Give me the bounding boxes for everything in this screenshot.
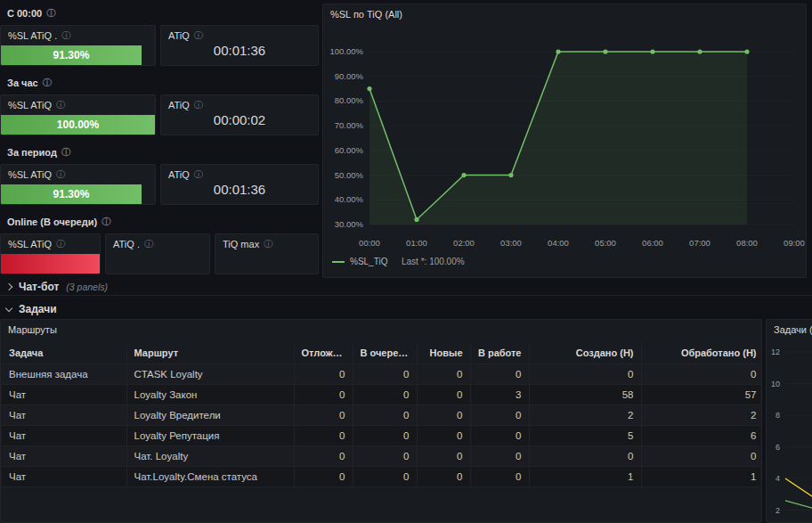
panel-title-text: ATiQ (168, 169, 190, 180)
routes-table-panel[interactable]: Маршруты ЗадачаМаршрутОтложеныВ очередиН… (0, 319, 762, 523)
timeseries-chart[interactable]: 100.00%90.00%80.00%70.00%60.00%50.00%40.… (323, 4, 806, 277)
table-cell: Loyalty Репутация (126, 425, 294, 445)
group-title: За период (7, 147, 57, 158)
panel-title[interactable]: ATiQ .ⓘ (106, 234, 209, 254)
stat-panel[interactable]: TiQ maxⓘ (215, 233, 319, 274)
timeseries-panel[interactable]: %SL по TiQ (All) 100.00%90.00%80.00%70.0… (322, 4, 807, 278)
table-column-header[interactable]: Обработано (Н) (641, 343, 760, 364)
table-cell: 0 (417, 445, 470, 466)
table-header-row: ЗадачаМаршрутОтложеныВ очередиНовыеВ раб… (2, 343, 760, 364)
info-icon[interactable]: ⓘ (46, 9, 55, 18)
y-tick-label: 4 (775, 474, 780, 483)
panel-row: %SL ATiQ .ⓘ91.30%ATiQⓘ00:01:36 (0, 25, 319, 66)
info-icon[interactable]: ⓘ (194, 170, 203, 179)
series-area (369, 52, 747, 225)
chevron-right-icon (5, 282, 12, 290)
panel-title[interactable]: %SL по TiQ (All) (323, 4, 806, 24)
legend-item[interactable]: %SL_TiQLast *: 100.00% (332, 257, 465, 266)
y-tick-label: 2 (775, 506, 780, 515)
left-column: С 00:00ⓘ%SL ATiQ .ⓘ91.30%ATiQⓘ00:01:36За… (0, 0, 319, 274)
stat-panel[interactable]: ATiQⓘ00:01:36 (160, 164, 319, 205)
table-cell: 0 (417, 466, 470, 486)
panel-title[interactable]: Задачи (All (767, 320, 812, 339)
group-header: За периодⓘ (7, 144, 319, 160)
gauge-bar: 91.30% (1, 45, 142, 65)
table-cell: 0 (353, 364, 417, 384)
table-cell: 0 (294, 466, 353, 486)
table-cell: 0 (353, 405, 417, 425)
panel-title[interactable]: %SL ATiQⓘ (1, 95, 155, 115)
info-icon[interactable]: ⓘ (144, 240, 153, 249)
info-icon[interactable]: ⓘ (56, 101, 65, 110)
stat-panel[interactable]: ATiQⓘ00:01:36 (160, 25, 319, 66)
panel-title[interactable]: %SL ATiQ .ⓘ (1, 26, 155, 45)
data-point (367, 86, 371, 91)
table-row: ЧатLoyalty Вредители000022 (2, 405, 760, 425)
table-column-header[interactable]: Задача (2, 343, 126, 364)
gauge-panel[interactable]: %SL ATiQⓘ100.00% (0, 94, 156, 135)
table-row: ЧатLoyalty Репутация000056 (2, 425, 760, 445)
x-tick-label: 09:00 (784, 238, 805, 248)
info-icon[interactable]: ⓘ (61, 148, 70, 157)
table-column-header[interactable]: Новые (417, 343, 470, 364)
group-title: С 00:00 (7, 8, 42, 19)
table-cell: 0 (470, 425, 529, 445)
y-tick-label: 6 (775, 443, 780, 452)
table-cell: 0 (294, 425, 353, 445)
table-column-header[interactable]: В работе (470, 343, 529, 364)
table-cell: Loyalty Закон (126, 384, 294, 405)
info-icon[interactable]: ⓘ (102, 217, 110, 226)
table-row: ЧатЧат. Loyalty000000 (2, 445, 760, 466)
row-label: Задачи (19, 303, 57, 315)
panel-title[interactable]: TiQ maxⓘ (215, 234, 318, 254)
panel-title[interactable]: Маршруты (1, 320, 761, 339)
table-row: Внешняя задачаCTASK Loyalty000000 (2, 364, 760, 384)
table-cell: 1 (641, 466, 760, 486)
info-icon[interactable]: ⓘ (56, 240, 65, 249)
table-cell: 0 (470, 405, 529, 425)
info-icon[interactable]: ⓘ (194, 31, 203, 40)
tasks-mini-chart[interactable]: 12108642 (767, 343, 812, 522)
table-wrap: ЗадачаМаршрутОтложеныВ очередиНовыеВ раб… (2, 343, 760, 522)
x-tick-label: 03:00 (500, 238, 522, 248)
table-cell: Чат (2, 405, 126, 425)
panel-title[interactable]: %SL ATiQⓘ (1, 165, 155, 184)
legend-label[interactable]: %SL_TiQ (350, 257, 388, 266)
group-header: С 00:00ⓘ (7, 5, 319, 21)
panel-title[interactable]: %SL ATiQⓘ (1, 234, 100, 254)
row-panels-note: (3 panels) (66, 282, 108, 292)
info-icon[interactable]: ⓘ (43, 78, 52, 87)
table-cell: 0 (353, 445, 417, 466)
info-icon[interactable]: ⓘ (194, 101, 203, 110)
table-cell: Чат (2, 466, 126, 486)
table-cell: Чат (2, 425, 126, 445)
table-cell: Loyalty Вредители (126, 405, 294, 425)
y-tick-label: 70.00% (335, 120, 364, 130)
row-header-chatbot[interactable]: Чат-бот (3 panels) (0, 278, 812, 296)
gauge-panel[interactable]: %SL ATiQⓘ (0, 233, 101, 274)
stat-panel[interactable]: ATiQ .ⓘ (105, 233, 210, 274)
panel-title-text: ATiQ (168, 100, 190, 110)
table-column-header[interactable]: Отложены (294, 343, 353, 364)
table-column-header[interactable]: Создано (Н) (529, 343, 641, 364)
info-icon[interactable]: ⓘ (56, 170, 65, 179)
data-point (556, 49, 560, 53)
group-title: Online (В очереди) (7, 217, 97, 227)
row-header-tasks[interactable]: Задачи (0, 300, 812, 318)
info-icon[interactable]: ⓘ (61, 31, 70, 40)
table-cell: 2 (641, 405, 760, 425)
x-tick-label: 08:00 (736, 238, 758, 248)
panel-title-text: Задачи (All (774, 324, 812, 335)
table-cell: 6 (641, 425, 760, 445)
x-tick-label: 00:00 (359, 238, 380, 248)
table-column-header[interactable]: Маршрут (126, 343, 294, 364)
tasks-chart-panel[interactable]: Задачи (All 12108642 (766, 319, 812, 523)
data-point (461, 173, 466, 177)
table-cell: 5 (529, 425, 641, 445)
info-icon[interactable]: ⓘ (264, 240, 272, 249)
stat-panel[interactable]: ATiQⓘ00:00:02 (160, 94, 319, 135)
gauge-panel[interactable]: %SL ATiQ .ⓘ91.30% (0, 25, 156, 66)
gauge-panel[interactable]: %SL ATiQⓘ91.30% (0, 164, 156, 205)
stat-value: 00:00:02 (161, 112, 318, 127)
table-column-header[interactable]: В очереди (353, 343, 417, 364)
